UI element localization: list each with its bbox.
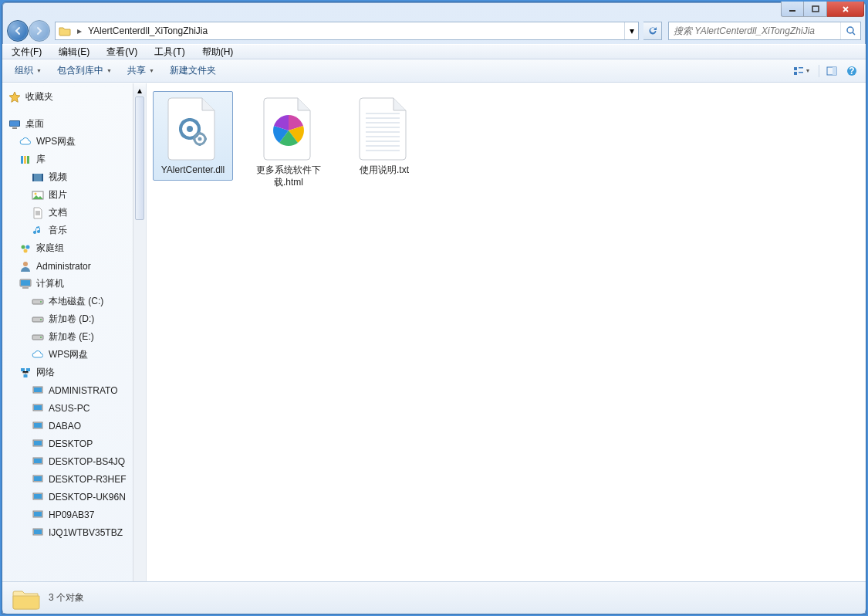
menu-tools[interactable]: 工具(T) (150, 44, 189, 60)
svg-rect-14 (21, 156, 23, 164)
sidebar-disk-d[interactable]: 新加卷 (D:) (2, 310, 146, 328)
svg-rect-15 (24, 156, 26, 164)
sidebar-documents[interactable]: 文档 (2, 204, 146, 222)
share-button[interactable]: 共享▼ (120, 61, 162, 80)
svg-rect-53 (34, 512, 42, 516)
sidebar-net-6[interactable]: DESKTOP-R3HEF (2, 470, 146, 488)
txt-icon (353, 95, 415, 163)
svg-point-22 (22, 245, 25, 249)
preview-pane-button[interactable] (822, 63, 841, 80)
svg-point-21 (35, 192, 37, 195)
sidebar-music[interactable]: 音乐 (2, 222, 146, 239)
sidebar-net-5[interactable]: DESKTOP-BS4JQ (2, 452, 146, 470)
menu-file[interactable]: 文件(F) (7, 44, 46, 60)
search-input[interactable] (669, 22, 840, 39)
cloud-icon (19, 136, 32, 148)
svg-rect-36 (26, 368, 30, 371)
forward-button[interactable] (29, 20, 50, 42)
svg-rect-37 (24, 374, 28, 377)
sidebar-net-2[interactable]: ASUS-PC (2, 399, 146, 417)
html-icon (258, 95, 319, 163)
sidebar-favorites[interactable]: 收藏夹 (2, 88, 146, 106)
search-bar (668, 22, 861, 40)
svg-rect-55 (34, 530, 42, 534)
organize-button[interactable]: 组织▼ (7, 61, 49, 80)
menu-edit[interactable]: 编辑(E) (54, 44, 94, 60)
sidebar-net-4[interactable]: DESKTOP (2, 435, 146, 452)
pc-icon (32, 402, 44, 415)
titlebar[interactable] (2, 2, 866, 18)
svg-rect-5 (794, 72, 797, 75)
navigation-pane: 收藏夹 桌面 WPS网盘 库 视频 图片 (2, 83, 147, 606)
star-icon (8, 91, 21, 103)
sidebar-computer[interactable]: 计算机 (2, 275, 146, 293)
folder-icon (57, 23, 73, 39)
svg-point-34 (40, 337, 42, 338)
sidebar-disk-e[interactable]: 新加卷 (E:) (2, 328, 146, 346)
sidebar-wps[interactable]: WPS网盘 (2, 133, 146, 151)
svg-rect-41 (34, 405, 42, 410)
sidebar-pictures[interactable]: 图片 (2, 186, 146, 204)
files-area[interactable]: YAlertCenter.dll (147, 83, 866, 606)
help-button[interactable]: ? (843, 63, 861, 80)
toolbar: 组织▼ 包含到库中▼ 共享▼ 新建文件夹 ▼ ? (2, 59, 866, 83)
file-item-html[interactable]: 更多系统软件下载.html (248, 91, 329, 192)
sidebar-net-3[interactable]: DABAO (2, 417, 146, 435)
search-button[interactable] (840, 22, 860, 39)
scroll-thumb[interactable] (135, 96, 144, 220)
sidebar-desktop[interactable]: 桌面 (2, 115, 146, 133)
svg-rect-18 (32, 174, 34, 181)
address-bar[interactable]: ▸ YAlertCenterdll_XiTongZhiJia ▾ (55, 22, 639, 40)
svg-point-30 (40, 301, 42, 303)
pc-icon (32, 420, 44, 432)
sidebar-videos[interactable]: 视频 (2, 168, 146, 186)
picture-icon (32, 189, 44, 201)
menu-bar: 文件(F) 编辑(E) 查看(V) 工具(T) 帮助(H) (2, 44, 866, 59)
back-button[interactable] (7, 20, 29, 42)
sidebar-wps2[interactable]: WPS网盘 (2, 346, 146, 364)
scroll-track[interactable] (133, 96, 146, 593)
scroll-up-button[interactable]: ▴ (133, 83, 146, 96)
include-library-button[interactable]: 包含到库中▼ (49, 61, 120, 80)
pc-icon (32, 509, 44, 521)
menu-help[interactable]: 帮助(H) (198, 44, 238, 60)
svg-rect-12 (10, 121, 19, 126)
file-item-dll[interactable]: YAlertCenter.dll (153, 91, 233, 181)
sidebar-local-c[interactable]: 本地磁盘 (C:) (2, 293, 146, 310)
sidebar-net-9[interactable]: IJQ1WTBV35TBZ (2, 523, 146, 541)
svg-point-23 (26, 245, 30, 249)
minimize-button[interactable] (781, 2, 804, 17)
cloud-icon (32, 349, 44, 361)
sidebar-network[interactable]: 网络 (2, 364, 146, 381)
view-options-button[interactable]: ▼ (788, 63, 816, 80)
svg-rect-1 (812, 6, 819, 12)
body: 收藏夹 桌面 WPS网盘 库 视频 图片 (2, 83, 866, 606)
status-count: 3 个对象 (49, 591, 84, 604)
desktop-icon (8, 118, 21, 130)
drive-icon (32, 313, 44, 326)
refresh-button[interactable] (643, 22, 662, 40)
sidebar-libraries[interactable]: 库 (2, 151, 146, 168)
close-button[interactable] (827, 2, 864, 17)
file-label: 更多系统软件下载.html (252, 164, 325, 188)
sidebar-net-7[interactable]: DESKTOP-UK96N (2, 488, 146, 506)
pc-icon (32, 491, 44, 503)
toolbar-divider (819, 65, 819, 77)
drive-icon (32, 296, 44, 308)
sidebar-administrator[interactable]: Administrator (2, 257, 146, 275)
new-folder-button[interactable]: 新建文件夹 (162, 61, 224, 80)
file-item-txt[interactable]: 使用说明.txt (344, 91, 424, 181)
sidebar-net-8[interactable]: HP09AB37 (2, 506, 146, 523)
chevron-right-icon[interactable]: ▸ (74, 22, 85, 39)
maximize-button[interactable] (804, 2, 827, 17)
navigation-row: ▸ YAlertCenterdll_XiTongZhiJia ▾ (2, 18, 866, 44)
address-path[interactable]: YAlertCenterdll_XiTongZhiJia (85, 25, 624, 36)
address-dropdown-button[interactable]: ▾ (624, 22, 638, 39)
sidebar-scrollbar[interactable]: ▴ ▾ (133, 83, 146, 606)
sidebar-homegroup[interactable]: 家庭组 (2, 239, 146, 257)
sidebar-net-1[interactable]: ADMINISTRATO (2, 381, 146, 399)
menu-view[interactable]: 查看(V) (102, 44, 142, 60)
svg-point-32 (40, 319, 42, 320)
drive-icon (32, 331, 44, 344)
svg-rect-4 (799, 67, 803, 69)
